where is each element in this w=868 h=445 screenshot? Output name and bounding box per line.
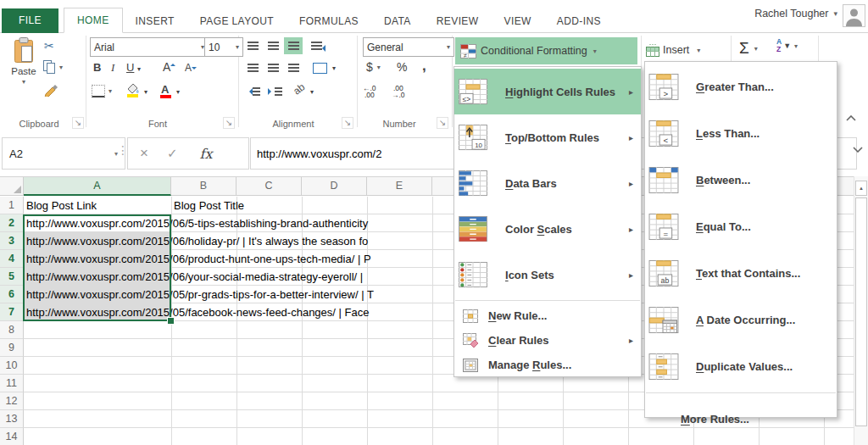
row-header-12[interactable]: 12 bbox=[0, 392, 24, 410]
increase-decimal-button[interactable]: ←.0 .00 bbox=[363, 85, 376, 98]
align-center-button[interactable] bbox=[264, 59, 282, 76]
decrease-indent-button[interactable] bbox=[243, 83, 262, 100]
format-painter-button[interactable] bbox=[44, 83, 58, 97]
name-box[interactable]: A2 ▾ bbox=[2, 137, 125, 170]
enter-button[interactable]: ✓ bbox=[167, 146, 178, 161]
merge-center-button[interactable] bbox=[309, 59, 331, 76]
account-menu[interactable]: Rachel Tougher ▾ bbox=[754, 8, 837, 19]
tab-review[interactable]: REVIEW bbox=[424, 9, 492, 33]
tab-formulas[interactable]: FORMULAS bbox=[287, 9, 371, 33]
align-left-button[interactable] bbox=[243, 59, 262, 76]
row-header-5[interactable]: 5 bbox=[0, 268, 24, 286]
row-header-10[interactable]: 10 bbox=[0, 357, 24, 375]
accounting-format-button[interactable]: $ ▾ bbox=[366, 60, 381, 74]
row-header-3[interactable]: 3 bbox=[0, 232, 24, 250]
column-header-c[interactable]: C bbox=[236, 176, 302, 196]
font-name-combo[interactable]: Arial ▾ bbox=[90, 37, 209, 57]
menu-item-more-rules[interactable]: More Rules... bbox=[645, 396, 837, 442]
column-header-e[interactable]: E bbox=[367, 176, 432, 196]
underline-caret[interactable]: ▾ bbox=[137, 65, 141, 73]
avatar[interactable] bbox=[843, 4, 865, 27]
tab-page-layout[interactable]: PAGE LAYOUT bbox=[187, 9, 287, 33]
row-header-6[interactable]: 6 bbox=[0, 286, 24, 303]
vertical-scrollbar[interactable]: ▲ bbox=[854, 176, 868, 445]
increase-indent-button[interactable] bbox=[265, 83, 284, 100]
italic-button[interactable]: I bbox=[111, 61, 114, 75]
font-color-button[interactable]: A bbox=[161, 83, 169, 96]
tab-file[interactable]: FILE bbox=[2, 8, 58, 33]
tab-add-ins[interactable]: ADD-INS bbox=[544, 9, 614, 33]
cancel-button[interactable]: × bbox=[140, 145, 148, 162]
orientation-button[interactable]: ab bbox=[291, 81, 307, 97]
decrease-decimal-button[interactable]: .00 →.0 bbox=[392, 85, 405, 98]
wrap-text-button[interactable] bbox=[309, 37, 327, 54]
column-header-a[interactable]: A bbox=[24, 176, 171, 196]
align-right-button[interactable] bbox=[284, 59, 303, 76]
row-header-7[interactable]: 7 bbox=[0, 303, 24, 321]
expand-formula-bar-button[interactable] bbox=[853, 147, 863, 153]
sort-filter-button[interactable]: A Z ▼ ▾ bbox=[776, 38, 798, 53]
row-header-11[interactable]: 11 bbox=[0, 375, 24, 392]
cell[interactable]: Blog Post Title bbox=[174, 197, 244, 214]
menu-item-data-bars[interactable]: Data Bars▸ bbox=[454, 160, 641, 206]
tab-view[interactable]: VIEW bbox=[492, 9, 544, 33]
row-header-4[interactable]: 4 bbox=[0, 250, 24, 268]
scrollbar-thumb[interactable] bbox=[855, 197, 867, 426]
column-header-d[interactable]: D bbox=[302, 176, 367, 196]
menu-item-highlight-cells-rules[interactable]: ≤>Highlight Cells Rules▸ bbox=[454, 69, 641, 114]
row-header-1[interactable]: 1 bbox=[0, 197, 24, 214]
menu-item-clear-rules[interactable]: Clear Rules▸ bbox=[454, 328, 641, 353]
percent-style-button[interactable]: % bbox=[397, 60, 407, 74]
tab-home[interactable]: HOME bbox=[64, 8, 123, 33]
font-color-caret[interactable]: ▾ bbox=[176, 88, 180, 96]
merge-caret[interactable]: ▾ bbox=[332, 64, 336, 72]
conditional-formatting-button[interactable]: ≠ Conditional Formatting ▾ bbox=[455, 37, 637, 64]
fill-color-caret[interactable]: ▾ bbox=[144, 88, 147, 96]
row-header-9[interactable]: 9 bbox=[0, 339, 24, 357]
scroll-up-button[interactable]: ▲ bbox=[855, 181, 867, 196]
fill-color-button[interactable] bbox=[125, 83, 140, 93]
font-dialog-launcher[interactable]: ↘ bbox=[223, 117, 235, 129]
font-size-combo[interactable]: 10 ▾ bbox=[204, 37, 243, 57]
shrink-font-button[interactable]: A bbox=[185, 62, 197, 74]
number-dialog-launcher[interactable]: ↘ bbox=[437, 117, 448, 129]
menu-item-manage-rules[interactable]: Manage Rules... bbox=[454, 353, 641, 377]
menu-item-color-scales[interactable]: Color Scales▸ bbox=[454, 206, 641, 252]
row-header-2[interactable]: 2 bbox=[0, 214, 24, 232]
insert-button[interactable]: Insert ▾ bbox=[646, 40, 700, 60]
clipboard-dialog-launcher[interactable]: ↘ bbox=[72, 117, 84, 129]
column-header-b[interactable]: B bbox=[171, 176, 236, 196]
align-bottom-button[interactable] bbox=[284, 37, 303, 54]
align-middle-button[interactable] bbox=[264, 37, 282, 54]
paste-button[interactable]: Paste ▾ bbox=[7, 37, 41, 86]
menu-item-top-bottom-rules[interactable]: 10Top/Bottom Rules▸ bbox=[454, 114, 641, 160]
align-top-button[interactable] bbox=[243, 37, 262, 54]
menu-item-greater-than[interactable]: >Greater Than... bbox=[645, 64, 837, 110]
orientation-caret[interactable]: ▾ bbox=[310, 88, 314, 96]
select-all-button[interactable] bbox=[0, 176, 24, 196]
menu-item-less-than[interactable]: <Less Than... bbox=[645, 110, 837, 157]
menu-item-between[interactable]: Between... bbox=[645, 157, 837, 203]
comma-style-button[interactable]: , bbox=[422, 58, 426, 75]
menu-item-text-that-contains[interactable]: abText that Contains... bbox=[645, 250, 837, 297]
collapse-ribbon-button[interactable] bbox=[846, 115, 856, 121]
grow-font-button[interactable]: A bbox=[163, 60, 175, 74]
copy-button[interactable]: ▾ bbox=[42, 59, 63, 75]
bold-button[interactable]: B bbox=[93, 61, 101, 74]
row-header-8[interactable]: 8 bbox=[0, 321, 24, 339]
cell[interactable]: Blog Post Link bbox=[26, 197, 97, 214]
alignment-dialog-launcher[interactable]: ↘ bbox=[342, 117, 353, 129]
tab-data[interactable]: DATA bbox=[371, 9, 424, 33]
menu-item-icon-sets[interactable]: Icon Sets▸ bbox=[454, 252, 641, 298]
fill-handle[interactable] bbox=[167, 317, 175, 325]
row-header-13[interactable]: 13 bbox=[0, 410, 24, 428]
menu-item-duplicate-values[interactable]: Duplicate Values... bbox=[645, 343, 837, 390]
insert-function-button[interactable]: fx bbox=[200, 146, 213, 162]
menu-item-new-rule[interactable]: New Rule... bbox=[454, 303, 641, 328]
row-header-14[interactable]: 14 bbox=[0, 428, 24, 445]
number-format-combo[interactable]: General ▾ bbox=[363, 37, 454, 57]
menu-item-a-date-occurring[interactable]: A Date Occurring... bbox=[645, 297, 837, 343]
cut-button[interactable]: ✂ bbox=[44, 39, 54, 53]
borders-button[interactable]: ▾ bbox=[92, 85, 112, 97]
autosum-button[interactable]: Σ ▾ bbox=[739, 39, 758, 58]
